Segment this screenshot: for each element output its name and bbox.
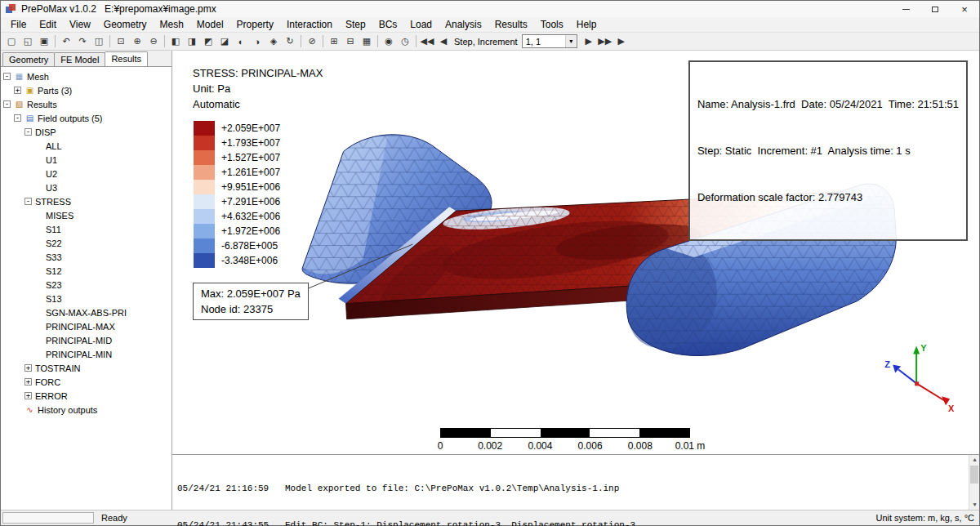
next-increment-button[interactable]: ▶ xyxy=(581,34,597,49)
menu-view[interactable]: View xyxy=(63,17,97,32)
view-front-button[interactable]: ◧ xyxy=(167,34,184,49)
save-button[interactable]: ▣ xyxy=(36,34,52,49)
restore-button[interactable] xyxy=(920,1,950,17)
tree-toggle-icon[interactable]: - xyxy=(14,114,21,122)
menu-analysis[interactable]: Analysis xyxy=(439,17,488,32)
show-edges-button[interactable]: ⊟ xyxy=(342,34,359,49)
result-field-label: STRESS: PRINCIPAL-MAX xyxy=(193,65,323,81)
tree-item-field-outputs[interactable]: - ▤ Field outputs (5) xyxy=(1,111,172,125)
tree-item-forc[interactable]: + FORC xyxy=(1,375,172,389)
menu-model[interactable]: Model xyxy=(190,17,230,32)
tree-item-stress-mises[interactable]: MISES xyxy=(1,208,172,222)
toolbar-separator xyxy=(164,35,165,47)
view-bottom-button[interactable]: ◪ xyxy=(216,34,233,49)
tree-item-disp-all[interactable]: ALL xyxy=(1,139,172,153)
section-view-button[interactable]: ⊘ xyxy=(304,34,320,49)
tree-item-history-outputs[interactable]: ∿ History outputs xyxy=(1,403,172,417)
increment-combo[interactable]: 1, 1 ▾ xyxy=(522,34,577,48)
wireframe-button[interactable]: ⊞ xyxy=(326,34,342,49)
tree-item-sgn-max-abs-pri[interactable]: SGN-MAX-ABS-PRI xyxy=(1,305,172,319)
tree-item-disp-u1[interactable]: U1 xyxy=(1,153,172,167)
menu-edit[interactable]: Edit xyxy=(33,17,63,32)
redo-button[interactable]: ↷ xyxy=(74,34,91,49)
progress-indicator xyxy=(2,512,94,524)
zoom-in-button[interactable]: ⊕ xyxy=(129,34,145,49)
tree-item-principal-mid[interactable]: PRINCIPAL-MID xyxy=(1,333,172,347)
rotate-view-button[interactable]: ↻ xyxy=(282,34,298,49)
tree-item-results[interactable]: - ▧ Results xyxy=(1,97,172,111)
chevron-down-icon[interactable]: ▾ xyxy=(565,35,577,47)
view-top-button[interactable]: ◩ xyxy=(200,34,216,49)
menu-tools[interactable]: Tools xyxy=(534,17,570,32)
last-increment-button[interactable]: ▶▶ xyxy=(597,34,613,49)
max-annotation-box: Max: 2.059E+007 Pa Node id: 23375 xyxy=(193,283,309,320)
menu-help[interactable]: Help xyxy=(570,17,604,32)
menu-bcs[interactable]: BCs xyxy=(372,17,404,32)
scroll-up-icon[interactable]: ▲ xyxy=(969,455,980,465)
viewport-3d[interactable]: Y X Z STRESS: PRINCIPAL-MAX Unit: Pa Aut… xyxy=(172,51,979,454)
menu-property[interactable]: Property xyxy=(230,17,280,32)
snapshot-button[interactable]: ◫ xyxy=(91,34,107,49)
tree-toggle-icon[interactable]: - xyxy=(24,198,32,205)
minimize-button[interactable] xyxy=(891,1,920,17)
query-button[interactable]: ◉ xyxy=(381,34,397,49)
tree-item-disp-u3[interactable]: U3 xyxy=(1,181,172,194)
menu-load[interactable]: Load xyxy=(403,17,439,32)
tree-toggle-icon[interactable]: + xyxy=(24,378,32,386)
tree-item-stress-s33[interactable]: S33 xyxy=(1,250,172,264)
log-scrollbar[interactable]: ▲ ▼ xyxy=(969,455,979,510)
menu-file[interactable]: File xyxy=(4,17,33,32)
play-animation-button[interactable]: ▶ xyxy=(613,34,630,49)
tree-toggle-icon[interactable]: - xyxy=(3,100,11,108)
scroll-down-icon[interactable]: ▼ xyxy=(969,500,980,510)
tree-item-disp-u2[interactable]: U2 xyxy=(1,167,172,181)
first-increment-button[interactable]: ◀◀ xyxy=(419,34,435,49)
tab-geometry[interactable]: Geometry xyxy=(2,52,55,66)
tree-toggle-icon[interactable]: - xyxy=(3,73,11,80)
scrollbar-thumb[interactable] xyxy=(970,466,978,484)
tree-item-stress-s22[interactable]: S22 xyxy=(1,236,172,250)
scale-bar-label: 0.01 m xyxy=(675,440,706,452)
tree-item-error[interactable]: + ERROR xyxy=(1,389,172,403)
tree-item-stress-s11[interactable]: S11 xyxy=(1,222,172,236)
view-back-button[interactable]: ◨ xyxy=(184,34,200,49)
zoom-out-button[interactable]: ⊖ xyxy=(145,34,162,49)
tree-item-stress-s23[interactable]: S23 xyxy=(1,278,172,292)
tree-item-stress-s13[interactable]: S13 xyxy=(1,292,172,305)
tree-item-parts[interactable]: + ▣ Parts (3) xyxy=(1,83,172,97)
tab-fe-model[interactable]: FE Model xyxy=(54,52,105,66)
menu-results[interactable]: Results xyxy=(488,17,534,32)
titlebar[interactable]: PrePoMax v1.0.2 E:¥prepomax¥image.pmx × xyxy=(1,1,979,17)
new-button[interactable]: ▢ xyxy=(3,34,20,49)
view-right-button[interactable]: ◑ xyxy=(249,34,265,49)
tree-item-disp[interactable]: - DISP xyxy=(1,125,172,139)
open-button[interactable]: ◱ xyxy=(20,34,36,49)
close-button[interactable]: × xyxy=(950,1,979,17)
view-left-button[interactable]: ◐ xyxy=(233,34,249,49)
undo-button[interactable]: ↶ xyxy=(58,34,74,49)
tree-item-principal-min[interactable]: PRINCIPAL-MIN xyxy=(1,347,172,361)
scale-bar-label: 0.006 xyxy=(578,440,603,452)
show-surface-button[interactable]: ▦ xyxy=(359,34,375,49)
field-outputs-icon: ▤ xyxy=(24,114,35,123)
tree-toggle-icon[interactable]: - xyxy=(24,128,32,136)
tree-toggle-icon[interactable]: + xyxy=(14,87,21,94)
tree-item-principal-max[interactable]: PRINCIPAL-MAX xyxy=(1,319,172,333)
tree-item-mesh[interactable]: - ▦ Mesh xyxy=(1,69,172,83)
view-isometric-button[interactable]: ◈ xyxy=(265,34,282,49)
menu-geometry[interactable]: Geometry xyxy=(97,17,154,32)
menu-mesh[interactable]: Mesh xyxy=(154,17,190,32)
tree-item-label: ALL xyxy=(46,141,62,151)
tree-item-stress-s12[interactable]: S12 xyxy=(1,264,172,278)
tree-item-tostrain[interactable]: + TOSTRAIN xyxy=(1,361,172,375)
tree-toggle-icon[interactable]: + xyxy=(24,392,32,399)
tree-toggle-icon[interactable]: + xyxy=(24,364,32,372)
tab-results[interactable]: Results xyxy=(105,51,148,66)
legend-band: +9.951E+006 xyxy=(194,180,280,194)
menu-interaction[interactable]: Interaction xyxy=(280,17,339,32)
zoom-fit-button[interactable]: ⊡ xyxy=(113,34,129,49)
previous-increment-button[interactable]: ◀ xyxy=(435,34,452,49)
menu-step[interactable]: Step xyxy=(339,17,372,32)
tree-item-stress[interactable]: - STRESS xyxy=(1,194,172,208)
animate-button[interactable]: ◷ xyxy=(397,34,413,49)
